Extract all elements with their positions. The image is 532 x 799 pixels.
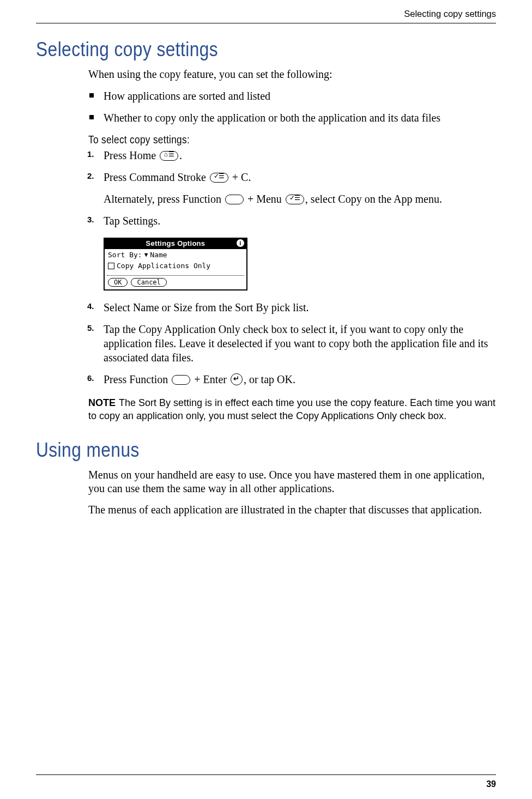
note-label: NOTE <box>88 397 116 408</box>
command-stroke-key-icon: ✓☰ <box>210 173 228 183</box>
sort-by-value[interactable]: Name <box>150 251 167 260</box>
note-paragraph: NOTEThe Sort By setting is in effect eac… <box>88 396 496 423</box>
content-area: Selecting copy settings When using the c… <box>36 38 496 524</box>
note-text: The Sort By setting is in effect each ti… <box>88 397 495 421</box>
step-2: Press Command Stroke ✓☰ + C. Alternately… <box>88 170 496 206</box>
info-icon[interactable]: i <box>237 239 244 247</box>
dialog-button-row: OK Cancel <box>105 276 246 289</box>
dialog-title: Settings Options <box>146 239 205 249</box>
step-text: + Enter <box>191 373 229 385</box>
step-2-alt: Alternately, press Function + Menu ✓☰, s… <box>104 192 496 206</box>
paragraph: The menus of each application are illust… <box>88 503 496 517</box>
bullet-item: How applications are sorted and listed <box>88 89 496 103</box>
step-text: , or tap OK. <box>244 373 295 385</box>
dialog-titlebar: Settings Options i <box>105 239 246 249</box>
dropdown-arrow-icon[interactable]: ▼ <box>144 251 148 259</box>
step-text: . <box>179 149 182 161</box>
step-1: Press Home ⌂ ☰. <box>88 148 496 162</box>
home-key-icon: ⌂ ☰ <box>160 151 178 161</box>
procedure-heading: To select copy settings: <box>88 134 439 146</box>
bullet-list: How applications are sorted and listed W… <box>88 89 496 125</box>
step-5: Tap the Copy Application Only check box … <box>88 322 496 365</box>
steps-list: Press Home ⌂ ☰. Press Command Stroke ✓☰ … <box>88 148 496 386</box>
cancel-button[interactable]: Cancel <box>131 278 166 287</box>
sort-by-label: Sort By: <box>108 251 142 260</box>
footer-rule <box>36 774 496 775</box>
sort-by-row: Sort By: ▼ Name <box>105 249 246 260</box>
section1-body: When using the copy feature, you can set… <box>88 68 496 422</box>
page-number: 39 <box>486 779 496 789</box>
intro-paragraph: When using the copy feature, you can set… <box>88 68 496 81</box>
copy-apps-only-row[interactable]: Copy Applications Only <box>105 260 246 275</box>
checkbox-icon[interactable] <box>108 263 114 269</box>
function-key-icon <box>225 195 244 204</box>
step-6: Press Function + Enter ↵, or tap OK. <box>88 372 496 386</box>
running-header: Selecting copy settings <box>404 9 496 19</box>
step-3: Tap Settings. Settings Options i Sort By… <box>88 214 496 290</box>
settings-options-dialog: Settings Options i Sort By: ▼ Name Copy … <box>104 238 247 290</box>
ok-button[interactable]: OK <box>108 278 128 287</box>
step-text: Alternately, press Function <box>104 193 224 205</box>
step-text: , select Copy on the App menu. <box>305 193 442 205</box>
function-key-icon <box>172 375 190 385</box>
step-text: Press Function <box>104 373 171 385</box>
step-text: + C. <box>229 171 251 183</box>
bullet-item: Whether to copy only the application or … <box>88 111 496 125</box>
section-heading-using-menus: Using menus <box>36 439 441 462</box>
header-rule <box>36 23 496 23</box>
page: Selecting copy settings Selecting copy s… <box>0 0 532 799</box>
section-heading-selecting-copy-settings: Selecting copy settings <box>36 38 441 61</box>
paragraph: Menus on your handheld are easy to use. … <box>88 468 496 495</box>
section2-body: Menus on your handheld are easy to use. … <box>88 468 496 517</box>
enter-key-icon: ↵ <box>231 373 243 385</box>
step-text: Press Home <box>104 149 159 161</box>
step-4: Select Name or Size from the Sort By pic… <box>88 300 496 314</box>
checkbox-label: Copy Applications Only <box>117 262 210 271</box>
step-text: + Menu <box>245 193 285 205</box>
step-text: Tap Settings. <box>104 215 160 227</box>
menu-key-icon: ✓☰ <box>286 195 304 204</box>
step-text: Press Command Stroke <box>104 171 209 183</box>
